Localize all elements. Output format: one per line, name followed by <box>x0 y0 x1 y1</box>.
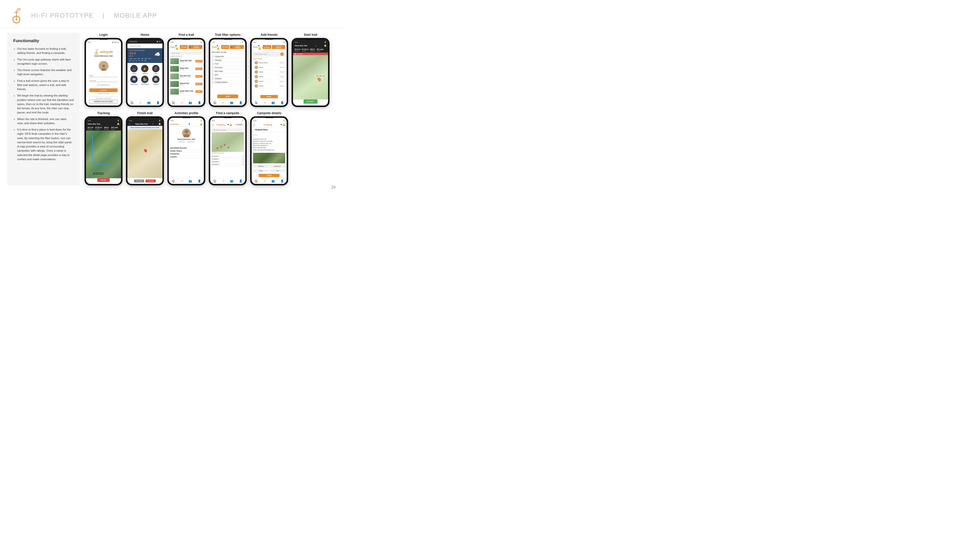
nav-friends-icon[interactable]: 👥 <box>189 179 192 183</box>
campsite-search-input[interactable]: 🔍 Find a campsite <box>212 128 244 132</box>
nav-profile-icon[interactable]: 👤 <box>156 101 160 104</box>
nav-friends-icon[interactable]: 👥 <box>189 101 192 104</box>
trail-item-1[interactable]: Tahoe Rim Trail 14.7 mi SELECT <box>169 57 204 65</box>
website-button[interactable]: Website <box>253 165 269 168</box>
nav-home-icon[interactable]: 🏠 <box>255 101 258 104</box>
save-button[interactable]: Save <box>253 169 269 172</box>
filter-food[interactable]: Food <box>212 62 244 66</box>
stop-button[interactable]: STOP <box>97 178 110 182</box>
start-button[interactable]: START <box>304 99 318 103</box>
alerts-section[interactable]: ALERTS › <box>170 155 202 158</box>
nav-profile-icon[interactable]: 👤 <box>280 101 284 104</box>
nav-share-icon[interactable]: ↗ <box>139 101 142 104</box>
call-button[interactable]: Call <box>270 169 285 172</box>
filter-bike-shops[interactable]: Bike Shops <box>212 69 244 73</box>
track-friends-button[interactable]: 👥 TRACK FRIENDS <box>230 45 244 49</box>
nav-home-icon[interactable]: 🏠 <box>255 179 258 183</box>
nav-profile-icon[interactable]: 👤 <box>198 179 201 183</box>
pause-button[interactable]: PAUSE <box>134 179 144 183</box>
campsite-item-4[interactable]: Campsite 4 4.2 <box>212 163 244 166</box>
filter-save-button[interactable]: SAVE <box>217 95 239 98</box>
select-trail-5[interactable]: SELECT <box>196 91 202 93</box>
nav-profile-icon[interactable]: 👤 <box>280 179 284 183</box>
saved-trails-section[interactable]: SAVED TRAILS › <box>170 149 202 152</box>
filter-atm[interactable]: ATM <box>212 73 244 77</box>
nav-bike-shops[interactable]: 🏪 Bike Shops <box>140 76 150 85</box>
login-button[interactable]: LOGIN <box>89 88 117 92</box>
nav-friends-icon[interactable]: 👥 <box>272 179 275 183</box>
nav-home-icon[interactable]: 🏠 <box>213 179 216 183</box>
close-icon[interactable]: X <box>315 44 316 47</box>
nav-camping[interactable]: ⛺ Camping <box>140 65 150 74</box>
nav-home-icon[interactable]: 🏠 <box>130 101 134 104</box>
nav-friends-icon[interactable]: 👥 <box>230 179 234 183</box>
radio-camping[interactable] <box>212 59 214 61</box>
radio-charging[interactable] <box>212 81 214 83</box>
filter-charging[interactable]: Charging Stations <box>212 80 244 84</box>
friends-save-button[interactable]: SAVE <box>261 95 278 98</box>
remember-me-checkbox[interactable] <box>97 84 99 86</box>
options-button[interactable]: OPTIONS <box>221 45 229 49</box>
friend-item-3[interactable]: Friend Friend <box>253 70 285 75</box>
nav-friends-icon[interactable]: 👥 <box>272 101 275 104</box>
track-friends-button[interactable]: 👥 TRACK FRIENDS <box>188 45 202 49</box>
filter-cycling[interactable]: Cycling trails <box>212 55 244 58</box>
trail-item-2[interactable]: Flume Trail 14.1 mi SELECT <box>169 65 204 73</box>
friend-item-2[interactable]: Friend Friend <box>253 65 285 70</box>
trail-item-5[interactable]: South Tahoe Trail 12.4 mi SELECT <box>169 88 204 95</box>
select-trail-4[interactable]: SELECT <box>196 83 202 85</box>
radio-food[interactable] <box>212 63 214 65</box>
finish-button[interactable]: FINISH <box>146 179 156 183</box>
radio-cycling[interactable] <box>212 56 214 57</box>
home-search[interactable]: 🔍 Find a route <box>129 44 161 47</box>
nav-home-icon[interactable]: 🏠 <box>172 101 175 104</box>
nav-food[interactable]: 🍴 Food <box>151 65 161 74</box>
nav-share-icon[interactable]: ↗ <box>264 179 266 183</box>
create-account-button[interactable]: CREATE AN ACCOUNT <box>89 100 117 103</box>
campsite-item-2[interactable]: Campsite 2 4.0 <box>212 158 244 160</box>
radio-restrooms[interactable] <box>212 67 214 68</box>
favorites-section[interactable]: FAVORITES › <box>170 152 202 155</box>
nav-share-icon[interactable]: ↗ <box>222 179 224 183</box>
nav-trails[interactable]: 🚲 Trails <box>129 65 139 74</box>
finish-close-icon[interactable]: ✕ <box>152 123 154 125</box>
radio-atm[interactable] <box>212 74 214 76</box>
nav-home-icon[interactable]: 🏠 <box>213 101 216 104</box>
select-trail-2[interactable]: SELECT <box>196 68 202 70</box>
nav-home-icon[interactable]: 🏠 <box>172 179 175 183</box>
nav-friends-icon[interactable]: 👥 <box>230 101 234 104</box>
select-trail-3[interactable]: SELECT <box>196 75 202 78</box>
radio-bike-shops[interactable] <box>212 70 214 72</box>
friends-search-input[interactable]: Enter friend's name + <box>253 52 285 57</box>
campsite-done-button[interactable]: DONE <box>259 174 280 177</box>
campsite-filters-button[interactable]: ≡ FILTERS <box>235 124 244 126</box>
friend-item-6[interactable]: Friend Friend <box>253 84 285 88</box>
nav-restrooms[interactable]: 🚻 Restrooms <box>129 76 139 85</box>
options-button[interactable]: OPTIONS <box>180 45 188 49</box>
trail-search-input[interactable]: Find a route <box>170 52 202 55</box>
filter-restrooms[interactable]: Restrooms <box>212 66 244 69</box>
friend-item-4[interactable]: Friend Friend <box>253 75 285 79</box>
filter-hospitals[interactable]: Hospitals <box>212 77 244 80</box>
nav-profile-icon[interactable]: 👤 <box>239 101 243 104</box>
forgot-password-link[interactable]: Forgot password? <box>97 93 109 94</box>
nav-share-icon[interactable]: ↗ <box>181 101 183 104</box>
nav-hospital[interactable]: 🏥 Hospital <box>151 76 161 85</box>
password-field[interactable] <box>89 79 117 82</box>
friend-item-1[interactable]: Emma Jones Friend <box>253 60 285 65</box>
nav-share-icon[interactable]: ↗ <box>264 101 266 104</box>
select-trail-1[interactable]: SELECT <box>196 60 202 62</box>
trail-item-3[interactable]: Palo Alto Trail 9.2 mi SELECT <box>169 73 204 80</box>
options-close-button[interactable]: X OPTIONS <box>262 45 271 49</box>
recorded-routes-section[interactable]: RECORDED ROUTES › <box>170 146 202 149</box>
email-field[interactable] <box>89 74 117 77</box>
track-friends-close-button[interactable]: X TRACK FRIENDS <box>272 45 285 49</box>
trail-item-4[interactable]: Ellicott Trail 7.8 mi SELECT <box>169 80 204 88</box>
nav-share-icon[interactable]: ↗ <box>222 101 224 104</box>
filter-camping[interactable]: Camping <box>212 58 244 62</box>
radio-hospitals[interactable] <box>212 78 214 79</box>
nav-friends-icon[interactable]: 👥 <box>147 101 151 104</box>
nav-profile-icon[interactable]: 👤 <box>239 179 243 183</box>
back-arrow-icon[interactable]: ‹ <box>253 128 254 131</box>
nav-share-icon[interactable]: ↗ <box>181 179 183 183</box>
